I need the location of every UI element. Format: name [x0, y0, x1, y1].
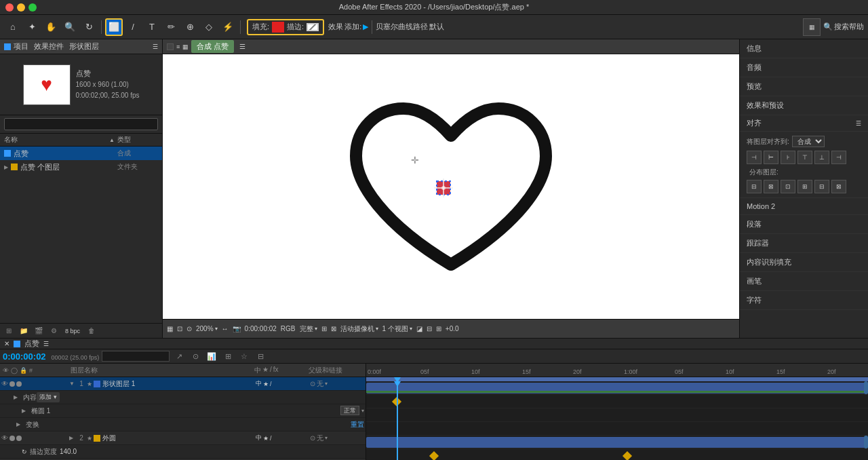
tl-lock-btn[interactable]: ⊟: [254, 349, 267, 363]
panel-menu-icon[interactable]: ☰: [153, 43, 158, 50]
new-footage-btn[interactable]: 🎬: [33, 326, 45, 337]
layer-1-lock[interactable]: [16, 381, 22, 387]
add-icon[interactable]: ▶: [363, 22, 368, 31]
project-item-1[interactable]: ▶ 点赞 个图层 文件夹: [0, 160, 162, 174]
rp-tracker[interactable]: 跟踪器: [740, 234, 868, 253]
eraser-tool[interactable]: ◇: [200, 18, 218, 36]
dist-left-btn[interactable]: ⊟: [747, 180, 762, 193]
time-display[interactable]: 0:00:00:02: [3, 351, 46, 362]
layer-row-1[interactable]: 👁 ▼ 1 ★ 形状图层 1 中★/ ⊙ 无 ▾: [0, 377, 366, 391]
tl-toggle-btn[interactable]: ⊞: [221, 349, 235, 363]
ellipse-expand[interactable]: ▶: [22, 408, 28, 414]
layer-2-lock[interactable]: [16, 436, 22, 441]
preview-grid-btn[interactable]: ▦: [167, 325, 173, 332]
pen-tool[interactable]: /: [124, 18, 142, 36]
layer-2-solo[interactable]: [9, 436, 15, 441]
stroke-swatch[interactable]: [307, 23, 319, 31]
dist-center-btn[interactable]: ⊠: [764, 180, 778, 193]
align-left-btn[interactable]: ⊣: [747, 151, 762, 164]
rp-content-aware[interactable]: 内容识别填充: [740, 253, 868, 272]
align-right-btn[interactable]: ⊦: [781, 151, 795, 164]
clone-tool[interactable]: ⊕: [181, 18, 199, 36]
tl-comp-name[interactable]: 点赞: [24, 339, 39, 349]
resolution-btns[interactable]: ⊞: [321, 325, 327, 332]
rp-preview[interactable]: 预览: [740, 77, 868, 96]
tl-solo-btn[interactable]: ☆: [237, 349, 251, 363]
comp-tab[interactable]: 合成 点赞: [191, 40, 234, 53]
layer-1-ellipse-row[interactable]: ▶ 椭圆 1 正常 ▾: [0, 404, 366, 418]
view-options[interactable]: ◪: [416, 325, 422, 332]
hand-tool[interactable]: ✋: [42, 18, 60, 36]
rp-character[interactable]: 字符: [740, 291, 868, 310]
close-button[interactable]: [5, 3, 14, 12]
export-btn[interactable]: ⊞: [436, 325, 441, 332]
dist-mid-btn[interactable]: ⊟: [814, 180, 829, 193]
render-btn[interactable]: ⚙: [47, 326, 60, 337]
zoom-tool[interactable]: 🔍: [61, 18, 79, 36]
rp-effects[interactable]: 效果和预设: [740, 96, 868, 115]
dist-top-btn[interactable]: ⊞: [797, 180, 812, 193]
playhead-main[interactable]: [397, 381, 398, 460]
new-composition-btn[interactable]: ⊞: [3, 326, 15, 337]
align-bottom-btn[interactable]: ⊣: [831, 151, 846, 164]
comp-menu-btn[interactable]: ☰: [239, 43, 245, 50]
shape-tab[interactable]: 形状图层: [69, 41, 99, 52]
delete-btn[interactable]: 🗑: [85, 326, 98, 337]
shape-tool[interactable]: ⬜: [105, 18, 123, 36]
rp-brush[interactable]: 画笔: [740, 272, 868, 291]
layer-2-stroke-row[interactable]: ↻ 描边宽度 140.0: [0, 445, 366, 459]
align-top-btn[interactable]: ⊤: [797, 151, 812, 164]
channels-btn[interactable]: RGB: [281, 325, 296, 332]
tl-graph-btn[interactable]: 📊: [205, 349, 218, 363]
tl-parent-btn[interactable]: ↗: [172, 349, 186, 363]
content-expand[interactable]: ▶: [14, 394, 20, 400]
layer-1-solo[interactable]: [9, 381, 15, 387]
layer-1-expand[interactable]: ▼: [69, 381, 76, 387]
render-preview-btn[interactable]: ⊟: [427, 325, 432, 332]
layer-row-2[interactable]: 👁 ▶ 2 ★ 外圆 中★/ ⊙ 无 ▾: [0, 432, 366, 445]
bezier-label[interactable]: 贝塞尔曲线路径: [376, 22, 428, 32]
content-add-btn[interactable]: 添加 ▾: [37, 392, 60, 402]
quality-dropdown[interactable]: 完整 ▾: [300, 324, 317, 334]
transform-expand[interactable]: ▶: [16, 421, 23, 427]
workspace-btn[interactable]: ▦: [803, 18, 821, 36]
ellipse-mode-arrow[interactable]: ▾: [361, 408, 364, 414]
layer-2-eye[interactable]: 👁: [1, 434, 8, 442]
layer-1-content-row[interactable]: ▶ 内容 添加 ▾: [0, 391, 366, 404]
layer-2-star[interactable]: ★: [87, 435, 92, 442]
tl-search-input[interactable]: [102, 351, 170, 362]
align-center-v-btn[interactable]: ⊥: [814, 151, 829, 164]
project-search-input[interactable]: [4, 118, 158, 130]
default-label[interactable]: 默认: [429, 22, 444, 32]
rp-info[interactable]: 信息: [740, 39, 868, 58]
align-menu-icon[interactable]: ☰: [856, 120, 861, 127]
brush-tool[interactable]: ✏: [162, 18, 180, 36]
tl-menu-icon[interactable]: ☰: [43, 341, 49, 347]
fit-btn[interactable]: ↔: [222, 325, 229, 332]
snapshot-btn[interactable]: 📷: [233, 325, 241, 332]
puppet-tool[interactable]: ⚡: [219, 18, 237, 36]
effects-label[interactable]: 效果: [328, 22, 343, 32]
comp-close-icon[interactable]: [167, 43, 174, 50]
rotate-tool[interactable]: ↻: [80, 18, 98, 36]
zoom-dropdown[interactable]: 200% ▾: [196, 325, 218, 332]
tl-close-icon[interactable]: ✕: [4, 340, 9, 347]
transform-reset-btn[interactable]: 重置: [351, 420, 364, 429]
move-tool[interactable]: ✦: [23, 18, 41, 36]
rp-motion2[interactable]: Motion 2: [740, 198, 868, 215]
rp-paragraph[interactable]: 段落: [740, 215, 868, 234]
fx-tab[interactable]: 效果控件: [34, 41, 64, 52]
home-btn[interactable]: ⌂: [4, 18, 22, 36]
maximize-button[interactable]: [28, 3, 37, 12]
tl-motion-blur-btn[interactable]: ⊙: [189, 349, 202, 363]
align-center-h-btn[interactable]: ⊢: [764, 151, 778, 164]
layer-1-eye[interactable]: 👁: [1, 380, 8, 387]
timecode-display[interactable]: 0:00:00:02: [245, 325, 277, 332]
new-folder-btn[interactable]: 📁: [18, 326, 30, 337]
align-target-select[interactable]: 合成: [792, 136, 825, 147]
layer-2-expand[interactable]: ▶: [69, 435, 76, 441]
ellipse-mode-tag[interactable]: 正常: [340, 406, 359, 415]
camera-dropdown[interactable]: 活动摄像机 ▾: [340, 324, 378, 334]
project-item-0[interactable]: 点赞 合成: [0, 147, 162, 160]
view-dropdown[interactable]: 1 个视图 ▾: [382, 324, 412, 334]
